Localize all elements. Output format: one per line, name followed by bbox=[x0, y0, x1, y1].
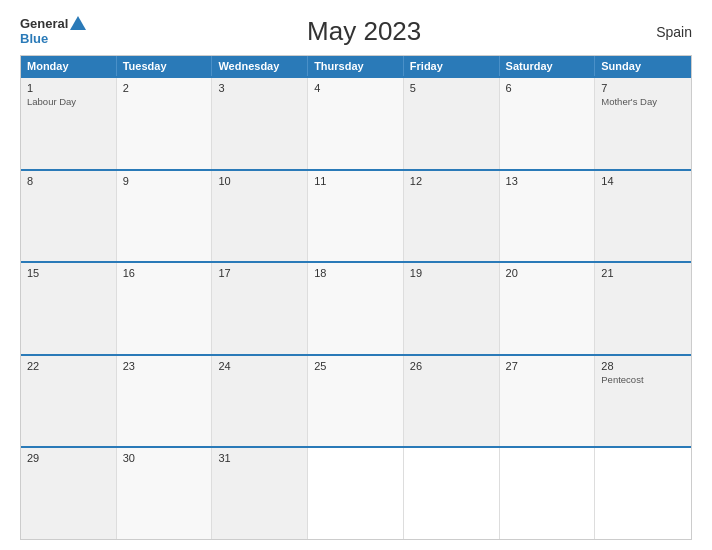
calendar-page: General Blue May 2023 Spain Monday Tuesd… bbox=[0, 0, 712, 550]
calendar-cell-w1-d4: 4 bbox=[308, 78, 404, 169]
cell-date-number: 14 bbox=[601, 175, 685, 187]
cell-date-number: 11 bbox=[314, 175, 397, 187]
calendar-grid: Monday Tuesday Wednesday Thursday Friday… bbox=[20, 55, 692, 540]
calendar-cell-w4-d6: 27 bbox=[500, 356, 596, 447]
calendar-cell-w5-d7 bbox=[595, 448, 691, 539]
logo-block: General Blue bbox=[20, 16, 86, 46]
cell-date-number: 25 bbox=[314, 360, 397, 372]
cell-date-number: 24 bbox=[218, 360, 301, 372]
calendar-cell-w1-d6: 6 bbox=[500, 78, 596, 169]
cell-date-number: 19 bbox=[410, 267, 493, 279]
calendar-cell-w5-d5 bbox=[404, 448, 500, 539]
calendar-cell-w2-d4: 11 bbox=[308, 171, 404, 262]
calendar-cell-w5-d2: 30 bbox=[117, 448, 213, 539]
header-saturday: Saturday bbox=[500, 56, 596, 76]
cell-date-number: 13 bbox=[506, 175, 589, 187]
calendar-cell-w1-d2: 2 bbox=[117, 78, 213, 169]
cell-date-number: 23 bbox=[123, 360, 206, 372]
calendar-cell-w1-d1: 1Labour Day bbox=[21, 78, 117, 169]
calendar-week-4: 22232425262728Pentecost bbox=[21, 354, 691, 447]
calendar-week-2: 891011121314 bbox=[21, 169, 691, 262]
cell-date-number: 10 bbox=[218, 175, 301, 187]
calendar-cell-w4-d2: 23 bbox=[117, 356, 213, 447]
logo-triangle-icon bbox=[70, 16, 86, 30]
calendar-cell-w3-d2: 16 bbox=[117, 263, 213, 354]
calendar-cell-w1-d7: 7Mother's Day bbox=[595, 78, 691, 169]
calendar-cell-w5-d3: 31 bbox=[212, 448, 308, 539]
cell-date-number: 26 bbox=[410, 360, 493, 372]
calendar-cell-w2-d5: 12 bbox=[404, 171, 500, 262]
calendar-cell-w2-d1: 8 bbox=[21, 171, 117, 262]
calendar-cell-w4-d4: 25 bbox=[308, 356, 404, 447]
logo-blue: Blue bbox=[20, 32, 48, 46]
logo: General Blue bbox=[20, 16, 86, 46]
cell-date-number: 2 bbox=[123, 82, 206, 94]
header-friday: Friday bbox=[404, 56, 500, 76]
calendar-cell-w1-d5: 5 bbox=[404, 78, 500, 169]
calendar-header-row: Monday Tuesday Wednesday Thursday Friday… bbox=[21, 56, 691, 76]
cell-date-number: 30 bbox=[123, 452, 206, 464]
header-wednesday: Wednesday bbox=[212, 56, 308, 76]
cell-date-number: 29 bbox=[27, 452, 110, 464]
cell-date-number: 22 bbox=[27, 360, 110, 372]
calendar-cell-w2-d7: 14 bbox=[595, 171, 691, 262]
cell-date-number: 3 bbox=[218, 82, 301, 94]
calendar-cell-w3-d6: 20 bbox=[500, 263, 596, 354]
header-tuesday: Tuesday bbox=[117, 56, 213, 76]
cell-date-number: 5 bbox=[410, 82, 493, 94]
page-header: General Blue May 2023 Spain bbox=[20, 16, 692, 47]
cell-date-number: 20 bbox=[506, 267, 589, 279]
cell-date-number: 8 bbox=[27, 175, 110, 187]
calendar-cell-w4-d3: 24 bbox=[212, 356, 308, 447]
calendar-cell-w2-d3: 10 bbox=[212, 171, 308, 262]
header-sunday: Sunday bbox=[595, 56, 691, 76]
calendar-cell-w3-d5: 19 bbox=[404, 263, 500, 354]
cell-date-number: 18 bbox=[314, 267, 397, 279]
cell-holiday-label: Mother's Day bbox=[601, 96, 685, 107]
cell-date-number: 21 bbox=[601, 267, 685, 279]
calendar-cell-w3-d4: 18 bbox=[308, 263, 404, 354]
calendar-cell-w5-d6 bbox=[500, 448, 596, 539]
calendar-week-1: 1Labour Day234567Mother's Day bbox=[21, 76, 691, 169]
cell-date-number: 15 bbox=[27, 267, 110, 279]
cell-date-number: 9 bbox=[123, 175, 206, 187]
cell-date-number: 1 bbox=[27, 82, 110, 94]
cell-date-number: 17 bbox=[218, 267, 301, 279]
calendar-cell-w3-d3: 17 bbox=[212, 263, 308, 354]
calendar-cell-w4-d5: 26 bbox=[404, 356, 500, 447]
calendar-cell-w3-d1: 15 bbox=[21, 263, 117, 354]
cell-date-number: 27 bbox=[506, 360, 589, 372]
cell-date-number: 4 bbox=[314, 82, 397, 94]
country-label: Spain bbox=[642, 24, 692, 40]
calendar-week-3: 15161718192021 bbox=[21, 261, 691, 354]
calendar-cell-w2-d2: 9 bbox=[117, 171, 213, 262]
cell-holiday-label: Labour Day bbox=[27, 96, 110, 107]
cell-date-number: 7 bbox=[601, 82, 685, 94]
calendar-title: May 2023 bbox=[86, 16, 642, 47]
calendar-cell-w5-d4 bbox=[308, 448, 404, 539]
calendar-cell-w2-d6: 13 bbox=[500, 171, 596, 262]
header-thursday: Thursday bbox=[308, 56, 404, 76]
calendar-cell-w3-d7: 21 bbox=[595, 263, 691, 354]
calendar-body: 1Labour Day234567Mother's Day89101112131… bbox=[21, 76, 691, 539]
cell-date-number: 28 bbox=[601, 360, 685, 372]
cell-date-number: 16 bbox=[123, 267, 206, 279]
cell-holiday-label: Pentecost bbox=[601, 374, 685, 385]
logo-general: General bbox=[20, 17, 68, 31]
cell-date-number: 31 bbox=[218, 452, 301, 464]
calendar-cell-w5-d1: 29 bbox=[21, 448, 117, 539]
cell-date-number: 12 bbox=[410, 175, 493, 187]
cell-date-number: 6 bbox=[506, 82, 589, 94]
calendar-cell-w4-d7: 28Pentecost bbox=[595, 356, 691, 447]
calendar-cell-w4-d1: 22 bbox=[21, 356, 117, 447]
calendar-cell-w1-d3: 3 bbox=[212, 78, 308, 169]
header-monday: Monday bbox=[21, 56, 117, 76]
calendar-week-5: 293031 bbox=[21, 446, 691, 539]
